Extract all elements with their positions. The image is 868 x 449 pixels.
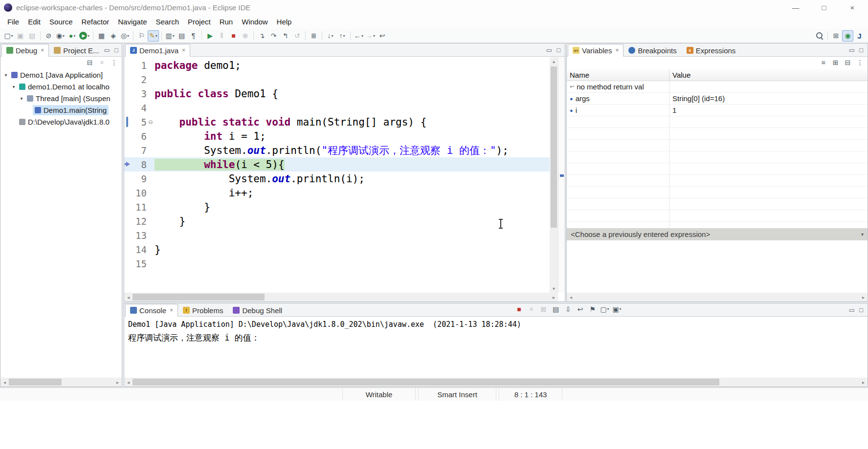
menu-file[interactable]: File (3, 16, 23, 28)
expression-bar[interactable]: <Choose a previously entered expression>… (567, 228, 868, 240)
new-java-project-icon[interactable]: ▦ (96, 30, 107, 42)
java-perspective-icon[interactable]: J (854, 30, 865, 42)
debug-view-hscrollbar[interactable]: ◂ ▸ (0, 378, 122, 386)
menu-refactor[interactable]: Refactor (77, 16, 114, 28)
code-line-7[interactable]: 7 System.out.println("程序调试演示，注意观察 i 的值："… (124, 143, 550, 157)
new-java-class-icon[interactable]: ◈ (108, 30, 119, 42)
overview-ruler[interactable] (558, 57, 565, 293)
toggle-mark-occurrences-icon[interactable]: ✎▾ (148, 30, 159, 42)
view-menu-icon[interactable]: ⋮ (854, 57, 866, 68)
scroll-left-icon[interactable]: ◂ (567, 293, 575, 301)
minimize-icon[interactable]: ▭ (849, 46, 855, 54)
disconnect-icon[interactable]: ⊗ (240, 30, 251, 42)
current-line-marker[interactable] (560, 174, 564, 177)
annotation-ruler[interactable] (124, 58, 131, 72)
console-output-area[interactable]: Demo1 [Java Application] D:\Develop\Java… (124, 317, 868, 378)
maximize-icon[interactable]: □ (859, 306, 863, 314)
tab-debug-shell[interactable]: Debug Shell (228, 304, 287, 317)
code-line-6[interactable]: 6 int i = 1; (124, 129, 550, 143)
column-header-value[interactable]: Value (669, 69, 693, 81)
console-hscrollbar[interactable]: ◂ ▸ (124, 378, 868, 386)
expander-icon[interactable]: ▾ (10, 84, 17, 89)
tab-variables[interactable]: Variables× (568, 44, 623, 57)
close-tab-icon[interactable]: × (170, 307, 173, 314)
scroll-left-icon[interactable]: ◂ (124, 378, 133, 386)
code-line-14[interactable]: 14} (124, 242, 550, 257)
debug-last-launched-icon[interactable]: ●▾ (67, 30, 78, 42)
variable-row[interactable]: ↩no method return val (567, 81, 868, 93)
search-icon[interactable] (814, 30, 825, 42)
tab-project-e[interactable]: Project E... (49, 44, 104, 57)
step-into-icon[interactable]: ↴ (256, 30, 267, 42)
menu-project[interactable]: Project (183, 16, 215, 28)
scrollbar-thumb[interactable] (9, 379, 62, 385)
tab-console[interactable]: Console× (125, 304, 178, 317)
maximize-icon[interactable]: □ (114, 46, 118, 54)
menu-window[interactable]: Window (237, 16, 272, 28)
annotation-ruler[interactable] (124, 200, 131, 214)
run-last-launched-icon[interactable]: ▶▾ (78, 30, 90, 42)
back-icon[interactable]: ←▾ (353, 30, 364, 42)
close-tab-icon[interactable]: × (182, 47, 185, 54)
code-line-5[interactable]: 5⊖ public static void main(String[] args… (124, 115, 550, 129)
external-tools-icon[interactable]: ◎▾ (119, 30, 131, 42)
show-type-names-icon[interactable]: ≡ (818, 57, 829, 68)
clear-console-icon[interactable]: ▤ (550, 303, 561, 315)
scroll-right-icon[interactable]: ▸ (859, 293, 868, 301)
menu-help[interactable]: Help (272, 16, 296, 28)
debug-tree-item[interactable]: ▾Thread [main] (Suspen (0, 92, 122, 104)
minimize-window-icon[interactable]: — (791, 3, 801, 12)
annotation-ruler[interactable] (124, 157, 131, 171)
resume-icon[interactable]: ▶ (204, 30, 216, 42)
save-icon[interactable]: ▣ (15, 30, 26, 42)
debug-tree-item[interactable]: D:\Develop\Java\jdk1.8.0 (0, 116, 122, 128)
scroll-right-icon[interactable]: ▸ (859, 378, 868, 386)
remove-all-launches-icon[interactable]: ⊠ (538, 303, 549, 315)
code-line-12[interactable]: 12 } (124, 214, 550, 228)
next-annotation-icon[interactable]: ↓▾ (325, 30, 336, 42)
editor-hscrollbar[interactable]: ◂ ▸ (124, 293, 558, 301)
scrollbar-thumb[interactable] (551, 66, 557, 228)
editor-vscrollbar[interactable]: ▴ ▾ (550, 57, 558, 293)
menu-search[interactable]: Search (151, 16, 183, 28)
terminate-icon[interactable]: ■ (228, 30, 239, 42)
maximize-icon[interactable]: □ (859, 46, 863, 54)
tab-expressions[interactable]: Expressions (682, 44, 741, 57)
code-line-4[interactable]: 4 (124, 101, 550, 115)
tab-debug[interactable]: Debug× (1, 44, 49, 57)
debug-tree-item[interactable]: ▾Demo1 [Java Application] (0, 69, 122, 81)
open-console-icon[interactable]: ▣▾ (611, 303, 623, 315)
annotation-ruler[interactable] (124, 101, 131, 115)
variable-row[interactable]: ●i1 (567, 105, 868, 116)
tab-problems[interactable]: Problems (178, 304, 228, 317)
scrollbar-thumb[interactable] (133, 294, 265, 300)
last-edit-location-icon[interactable]: ↩ (377, 30, 388, 42)
scroll-left-icon[interactable]: ◂ (124, 293, 133, 301)
maximize-icon[interactable]: □ (556, 46, 560, 54)
pin-console-icon[interactable]: ⚑ (587, 303, 598, 315)
code-line-1[interactable]: 1package demo1; (124, 58, 550, 72)
annotation-ruler[interactable] (124, 86, 131, 101)
step-return-icon[interactable]: ↰ (280, 30, 291, 42)
show-logical-structures-icon[interactable]: ⊞ (830, 57, 841, 68)
annotation-ruler[interactable] (124, 186, 131, 200)
skip-all-breakpoints-icon[interactable]: ⊘ (43, 30, 54, 42)
maximize-window-icon[interactable]: □ (819, 3, 829, 12)
print-icon[interactable]: ▤ (26, 30, 38, 42)
scroll-up-icon[interactable]: ▴ (550, 57, 558, 65)
open-console-toolbar-icon[interactable]: ▤ (176, 30, 187, 42)
code-editor[interactable]: 1package demo1;23public class Demo1 {45⊖… (124, 57, 550, 293)
debug-tree-item[interactable]: ▾demo1.Demo1 at localho (0, 81, 122, 92)
previous-annotation-icon[interactable]: ↑▾ (336, 30, 348, 42)
code-line-15[interactable]: 15 (124, 257, 550, 271)
code-line-8[interactable]: 8 while(i < 5){ (124, 157, 550, 171)
scroll-right-icon[interactable]: ▸ (550, 293, 558, 301)
column-header-name[interactable]: Name (567, 69, 669, 81)
fold-marker-icon[interactable]: ⊖ (147, 119, 155, 126)
scroll-lock-icon[interactable]: ⇩ (562, 303, 574, 315)
variables-hscrollbar[interactable]: ◂ ▸ (567, 293, 868, 301)
annotation-ruler[interactable] (124, 72, 131, 86)
new-wizard-icon[interactable]: ▢▾ (3, 30, 14, 42)
minimize-icon[interactable]: ▭ (849, 306, 855, 314)
open-perspective-icon[interactable]: ⊞ (830, 30, 842, 42)
